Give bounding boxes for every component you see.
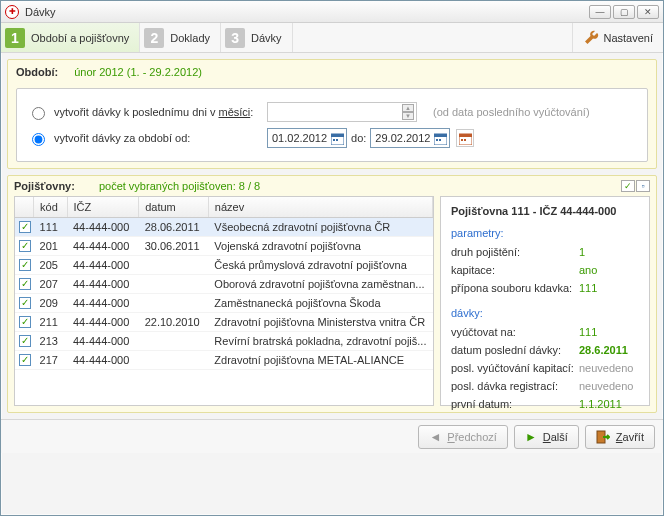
deselect-all-button[interactable]: ▫ (636, 180, 650, 192)
radio-month-end-input[interactable] (32, 107, 45, 120)
cell-icz: 44-444-000 (67, 236, 139, 255)
cell-kod: 211 (34, 312, 67, 331)
detail-row: posl. dávka registrací:neuvedeno (451, 377, 639, 395)
cell-nazev: Oborová zdravotní pojišťovna zaměstnan..… (208, 274, 432, 293)
wizard-step-2[interactable]: 2 Doklady (140, 23, 221, 52)
table-row[interactable]: 20744-444-000Oborová zdravotní pojišťovn… (15, 274, 433, 293)
maximize-button[interactable]: ▢ (613, 5, 635, 19)
row-checkbox[interactable] (19, 259, 31, 271)
table-row[interactable]: 20544-444-000Česká průmyslová zdravotní … (15, 255, 433, 274)
table-row[interactable]: 21344-444-000Revírní bratrská pokladna, … (15, 331, 433, 350)
step-number: 1 (5, 28, 25, 48)
row-checkbox[interactable] (19, 221, 31, 233)
row-checkbox[interactable] (19, 240, 31, 252)
cell-kod: 201 (34, 236, 67, 255)
detail-row: druh pojištění:1 (451, 243, 639, 261)
detail-val: neuvedeno (579, 359, 639, 377)
table-row[interactable]: 21144-444-00022.10.2010Zdravotní pojišťo… (15, 312, 433, 331)
table-header-row[interactable]: kód IČZ datum název (15, 197, 433, 217)
detail-key: kapitace: (451, 261, 495, 279)
col-nazev[interactable]: název (208, 197, 432, 217)
arrow-left-icon: ◄ (429, 431, 441, 443)
cell-kod: 207 (34, 274, 67, 293)
close-window-button[interactable]: ✕ (637, 5, 659, 19)
svg-rect-1 (331, 134, 344, 137)
date-from-input[interactable]: 01.02.2012 (267, 128, 347, 148)
table-row[interactable]: 11144-444-00028.06.2011Všeobecná zdravot… (15, 217, 433, 236)
month-select[interactable]: ▲ ▼ (267, 102, 417, 122)
table-row[interactable]: 21744-444-000Zdravotní pojišťovna METAL-… (15, 350, 433, 369)
row-checkbox[interactable] (19, 335, 31, 347)
next-button[interactable]: ► Další (514, 425, 579, 449)
next-label: Další (543, 431, 568, 443)
cell-nazev: Zdravotní pojišťovna METAL-ALIANCE (208, 350, 432, 369)
col-datum[interactable]: datum (139, 197, 209, 217)
window: ✚ Dávky — ▢ ✕ 1 Období a pojišťovny 2 Do… (0, 0, 664, 516)
calendar-icon[interactable] (331, 132, 344, 145)
calendar-icon[interactable] (434, 132, 447, 145)
radio-month-end[interactable]: vytvořit dávky k poslednímu dni v měsíci… (27, 104, 267, 120)
radio-range-label: vytvořit dávky za období od: (54, 132, 190, 144)
svg-rect-9 (459, 134, 472, 137)
row-checkbox[interactable] (19, 354, 31, 366)
radio-range[interactable]: vytvořit dávky za období od: (27, 130, 267, 146)
insurers-label: Pojišťovny: (14, 180, 75, 192)
cell-nazev: Vojenská zdravotní pojišťovna (208, 236, 432, 255)
period-panel: Období: únor 2012 (1. - 29.2.2012) vytvo… (7, 59, 657, 169)
insurers-table[interactable]: kód IČZ datum název 11144-444-00028.06.2… (14, 196, 434, 406)
arrow-right-icon: ► (525, 431, 537, 443)
cell-datum (139, 331, 209, 350)
detail-row: vyúčtovat na:111 (451, 323, 639, 341)
detail-key: druh pojištění: (451, 243, 520, 261)
close-button[interactable]: Zavřít (585, 425, 655, 449)
titlebar[interactable]: ✚ Dávky — ▢ ✕ (1, 1, 663, 23)
select-all-button[interactable]: ✓ (621, 180, 635, 192)
step-label: Období a pojišťovny (31, 32, 129, 44)
detail-key: vyúčtovat na: (451, 323, 516, 341)
step-number: 2 (144, 28, 164, 48)
svg-rect-7 (439, 139, 441, 141)
prev-button[interactable]: ◄ Předchozí (418, 425, 507, 449)
cell-icz: 44-444-000 (67, 274, 139, 293)
date-to-label: do: (351, 132, 366, 144)
radio-month-label-prefix: vytvořit dávky k poslednímu dni v (54, 106, 218, 118)
cell-nazev: Všeobecná zdravotní pojišťovna ČR (208, 217, 432, 236)
detail-val: ano (579, 261, 639, 279)
row-checkbox[interactable] (19, 316, 31, 328)
col-kod[interactable]: kód (34, 197, 67, 217)
settings-label: Nastavení (603, 32, 653, 44)
table-row[interactable]: 20144-444-00030.06.2011Vojenská zdravotn… (15, 236, 433, 255)
detail-val: neuvedeno (579, 377, 639, 395)
cell-nazev: Zdravotní pojišťovna Ministerstva vnitra… (208, 312, 432, 331)
spin-up-icon[interactable]: ▲ (402, 104, 414, 112)
insurers-panel: Pojišťovny: počet vybraných pojišťoven: … (7, 175, 657, 413)
spin-down-icon[interactable]: ▼ (402, 112, 414, 120)
detail-val: 1 (579, 243, 639, 261)
detail-key: posl. vyúčtování kapitací: (451, 359, 574, 377)
cell-icz: 44-444-000 (67, 217, 139, 236)
col-icz[interactable]: IČZ (67, 197, 139, 217)
detail-params-head: parametry: (451, 227, 639, 239)
calendar-dialog-button[interactable] (456, 129, 474, 147)
radio-range-input[interactable] (32, 133, 45, 146)
wizard-toolbar: 1 Období a pojišťovny 2 Doklady 3 Dávky … (1, 23, 663, 53)
settings-button[interactable]: Nastavení (572, 23, 663, 52)
cell-kod: 217 (34, 350, 67, 369)
wizard-step-3[interactable]: 3 Dávky (221, 23, 293, 52)
cell-datum: 30.06.2011 (139, 236, 209, 255)
wizard-step-1[interactable]: 1 Období a pojišťovny (1, 23, 140, 52)
row-checkbox[interactable] (19, 297, 31, 309)
period-options: vytvořit dávky k poslednímu dni v měsíci… (16, 88, 648, 162)
cell-datum (139, 255, 209, 274)
close-label: Zavřít (616, 431, 644, 443)
svg-rect-6 (436, 139, 438, 141)
date-to-input[interactable]: 29.02.2012 (370, 128, 450, 148)
footer: ◄ Předchozí ► Další Zavřít (1, 419, 663, 453)
minimize-button[interactable]: — (589, 5, 611, 19)
cell-kod: 111 (34, 217, 67, 236)
table-row[interactable]: 20944-444-000Zaměstnanecká pojišťovna Šk… (15, 293, 433, 312)
row-checkbox[interactable] (19, 278, 31, 290)
month-hint: (od data posledního vyúčtování) (433, 106, 590, 118)
detail-davky-head: dávky: (451, 307, 639, 319)
detail-row: datum poslední dávky:28.6.2011 (451, 341, 639, 359)
